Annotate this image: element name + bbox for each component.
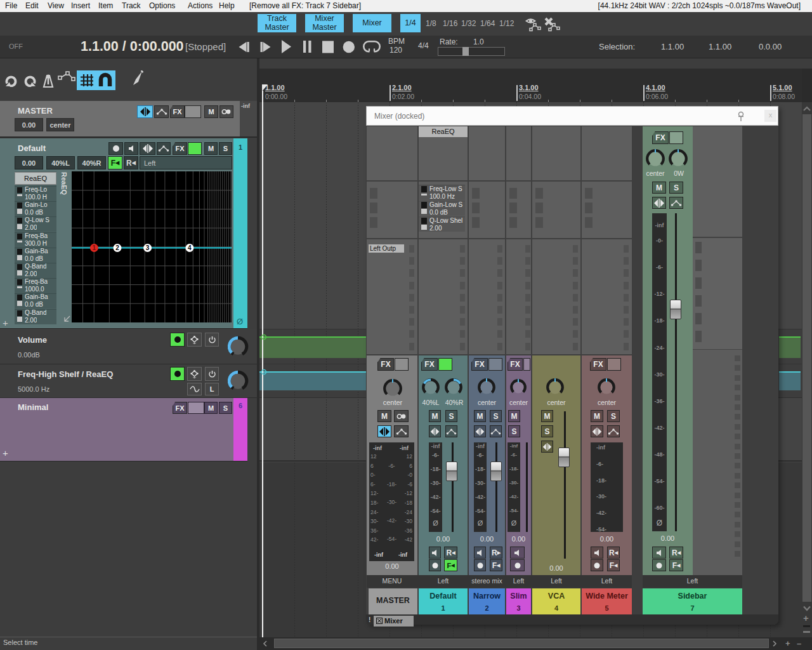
svg-text:2: 2 [115,244,119,251]
svg-text:4: 4 [188,244,192,251]
svg-text:1: 1 [93,244,96,251]
svg-text:3: 3 [146,244,150,251]
